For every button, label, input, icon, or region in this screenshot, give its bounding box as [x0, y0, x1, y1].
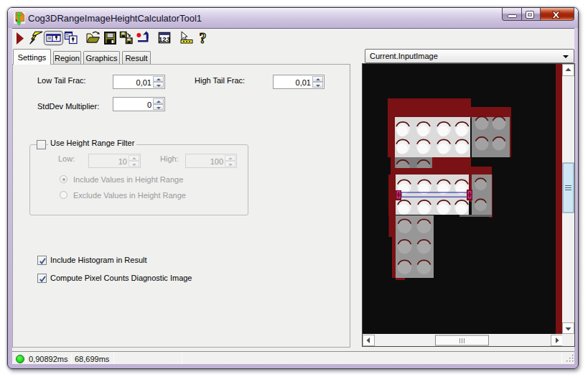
svg-text:?: ? — [200, 30, 207, 46]
svg-text:123: 123 — [159, 35, 170, 43]
